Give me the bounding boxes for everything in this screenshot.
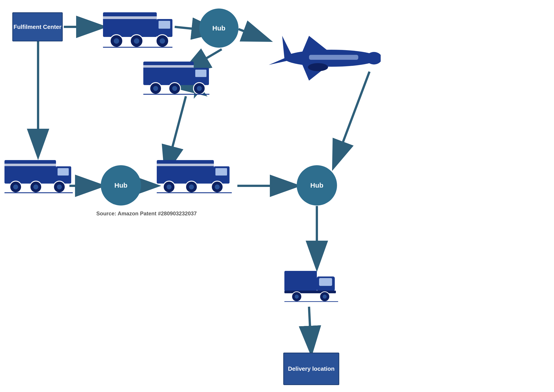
svg-marker-62 — [282, 36, 293, 58]
diagram-container: Fulfilment Center Hub Hub Hub Delivery l… — [0, 0, 554, 392]
svg-point-34 — [172, 86, 177, 91]
source-text: Source: Amazon Patent #280903232037 — [96, 210, 197, 217]
svg-point-66 — [308, 63, 328, 71]
truck-middle-center — [143, 57, 210, 96]
truck-middle-row — [157, 156, 233, 195]
svg-rect-68 — [284, 271, 317, 291]
truck-top-large — [103, 8, 175, 49]
svg-rect-29 — [195, 70, 206, 77]
hub-top-right: Hub — [199, 8, 238, 48]
svg-point-25 — [160, 38, 165, 44]
hub-right: Hub — [297, 165, 337, 205]
svg-point-75 — [323, 295, 327, 299]
svg-rect-16 — [103, 12, 157, 37]
svg-rect-52 — [157, 164, 214, 166]
svg-rect-51 — [215, 168, 227, 175]
svg-rect-30 — [143, 65, 194, 68]
svg-point-43 — [13, 184, 18, 189]
svg-point-58 — [215, 184, 220, 189]
svg-point-47 — [57, 184, 62, 189]
svg-rect-49 — [157, 160, 214, 184]
svg-point-56 — [189, 184, 194, 189]
svg-rect-70 — [319, 278, 332, 286]
svg-line-14 — [309, 307, 311, 353]
svg-point-45 — [33, 184, 38, 189]
svg-rect-18 — [159, 21, 170, 29]
svg-point-36 — [197, 86, 202, 91]
svg-rect-19 — [103, 16, 157, 19]
hub-middle-left: Hub — [101, 165, 141, 205]
svg-point-73 — [295, 295, 299, 299]
svg-rect-40 — [57, 168, 69, 175]
airplane-icon — [264, 29, 381, 88]
delivery-location-box: Delivery location — [283, 353, 339, 385]
svg-rect-41 — [5, 164, 56, 166]
svg-point-54 — [167, 184, 172, 189]
svg-point-21 — [114, 38, 119, 44]
svg-rect-67 — [309, 55, 358, 60]
svg-marker-63 — [269, 58, 289, 65]
truck-left-row — [5, 156, 74, 195]
svg-point-23 — [134, 38, 139, 44]
svg-rect-27 — [143, 62, 194, 85]
svg-rect-38 — [5, 160, 56, 184]
svg-point-32 — [153, 86, 158, 91]
fulfillment-center-box: Fulfilment Center — [12, 12, 63, 42]
small-delivery-truck — [284, 266, 338, 303]
